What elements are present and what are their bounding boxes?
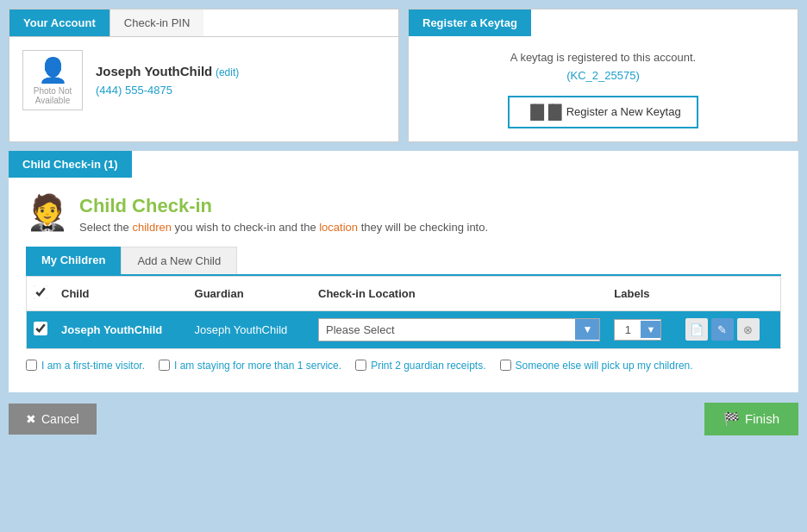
checkin-heading: Child Check-in	[79, 195, 488, 217]
checkin-title-row: 🤵 Child Check-in Select the children you…	[26, 195, 781, 234]
row-checkbox[interactable]	[34, 322, 47, 335]
user-name: Joseph YouthChild	[96, 64, 212, 78]
row-guardian-name: Joseph YouthChild	[188, 310, 311, 348]
subtitle-start: Select the	[79, 221, 132, 234]
row-labels-cell: 1 ▼	[607, 310, 678, 348]
row-checkbox-cell	[27, 310, 54, 348]
keytag-panel: Register a Keytag A keytag is registered…	[408, 9, 798, 142]
col-location: Check-in Location	[311, 277, 607, 311]
first-time-visitor-label: I am a first-time visitor.	[41, 360, 145, 372]
labels-count: 1	[615, 320, 641, 340]
location-select-wrapper: Please Select ▼	[318, 318, 600, 341]
check-print-receipts[interactable]: Print 2 guardian receipts.	[355, 360, 485, 372]
keytag-id: (KC_2_25575)	[566, 69, 640, 82]
header-checkbox[interactable]	[34, 285, 47, 299]
print-receipts-label: Print 2 guardian receipts.	[371, 360, 485, 372]
bottom-row: ✖ Cancel 🏁 Finish	[9, 403, 798, 435]
tab-your-account[interactable]: Your Account	[9, 9, 109, 36]
col-checkbox	[27, 277, 54, 311]
register-keytag-label: Register a New Keytag	[566, 105, 681, 118]
keytag-tab-label: Register a Keytag	[409, 9, 531, 36]
register-keytag-button[interactable]: ▐█▐█ Register a New Keytag	[508, 96, 698, 128]
first-time-visitor-checkbox[interactable]	[26, 360, 37, 371]
checkin-table: Child Guardian Check-in Location Labels …	[27, 277, 780, 348]
location-select[interactable]: Please Select	[319, 319, 575, 341]
remove-button[interactable]: ⊗	[737, 318, 760, 341]
document-button[interactable]: 📄	[685, 318, 708, 341]
col-actions	[679, 277, 780, 311]
keytag-info: A keytag is registered to this account. …	[422, 49, 785, 85]
row-location-cell: Please Select ▼	[311, 310, 607, 348]
subtitle-middle: you wish to check-in and the	[172, 221, 319, 234]
user-avatar-icon: 👤	[38, 56, 68, 84]
checkin-section: Child Check-in (1) 🤵 Child Check-in Sele…	[9, 151, 798, 392]
location-dropdown-arrow[interactable]: ▼	[575, 319, 599, 340]
subtitle-end: they will be checking into.	[358, 221, 488, 234]
account-panel: Your Account Check-in PIN 👤 Photo Not Av…	[9, 9, 399, 142]
checkin-table-wrapper: Child Guardian Check-in Location Labels …	[26, 276, 781, 349]
keytag-tab-header: Register a Keytag	[409, 9, 798, 36]
edit-link[interactable]: (edit)	[216, 66, 239, 78]
finish-label: Finish	[745, 411, 779, 426]
footer-checks: I am a first-time visitor. I am staying …	[26, 349, 781, 375]
staying-more-service-label: I am staying for more than 1 service.	[174, 360, 341, 372]
table-header: Child Guardian Check-in Location Labels	[27, 277, 780, 311]
checkin-tab-label: Child Check-in (1)	[9, 151, 132, 178]
col-child: Child	[54, 277, 188, 311]
check-someone-else-pickup[interactable]: Someone else will pick up my children.	[500, 360, 693, 372]
print-receipts-checkbox[interactable]	[355, 360, 366, 371]
tab-my-children[interactable]: My Children	[26, 247, 121, 274]
table-body: Joseph YouthChild Joseph YouthChild Plea…	[27, 310, 780, 348]
barcode-icon: ▐█▐█	[525, 104, 560, 120]
photo-not-available-label: Photo Not Available	[23, 86, 82, 105]
subtitle-location: location	[319, 221, 358, 234]
checkin-tab-header: Child Check-in (1)	[9, 151, 798, 178]
sub-tabs: My Children Add a New Child	[26, 247, 781, 276]
table-row: Joseph YouthChild Joseph YouthChild Plea…	[27, 310, 780, 348]
user-photo-box: 👤 Photo Not Available	[22, 50, 83, 110]
check-staying-more-service[interactable]: I am staying for more than 1 service.	[159, 360, 341, 372]
cancel-button[interactable]: ✖ Cancel	[9, 404, 97, 435]
checkin-title-text: Child Check-in Select the children you w…	[79, 195, 488, 234]
subtitle-children: children	[132, 221, 172, 234]
col-guardian: Guardian	[188, 277, 311, 311]
top-section: Your Account Check-in PIN 👤 Photo Not Av…	[9, 9, 798, 142]
finish-button[interactable]: 🏁 Finish	[704, 403, 798, 435]
user-info: Joseph YouthChild (edit) (444) 555-4875	[96, 64, 239, 97]
cancel-label: Cancel	[41, 412, 79, 426]
tab-checkin-pin[interactable]: Check-in PIN	[109, 9, 204, 36]
row-child-name: Joseph YouthChild	[54, 310, 188, 348]
col-labels: Labels	[607, 277, 678, 311]
user-name-row: Joseph YouthChild (edit)	[96, 64, 239, 78]
cancel-x-icon: ✖	[26, 412, 36, 426]
check-first-time-visitor[interactable]: I am a first-time visitor.	[26, 360, 145, 372]
keytag-registered-text: A keytag is registered to this account.	[510, 51, 696, 64]
checkin-body: 🤵 Child Check-in Select the children you…	[9, 178, 798, 392]
checkin-subtitle: Select the children you wish to check-in…	[79, 221, 488, 234]
someone-else-pickup-checkbox[interactable]	[500, 360, 511, 371]
labels-arrow-button[interactable]: ▼	[641, 321, 660, 338]
tab-add-new-child[interactable]: Add a New Child	[121, 247, 237, 274]
child-figure-icon: 🤵	[26, 195, 69, 229]
row-actions-cell: 📄 ✎ ⊗	[679, 310, 780, 348]
someone-else-pickup-label: Someone else will pick up my children.	[516, 360, 693, 372]
flag-icon: 🏁	[723, 411, 740, 427]
labels-stepper: 1 ▼	[614, 319, 661, 341]
staying-more-service-checkbox[interactable]	[159, 360, 170, 371]
keytag-content: A keytag is registered to this account. …	[409, 36, 798, 141]
edit-button[interactable]: ✎	[711, 318, 734, 341]
account-tab-header: Your Account Check-in PIN	[9, 9, 398, 37]
user-phone: (444) 555-4875	[96, 84, 239, 97]
action-icons: 📄 ✎ ⊗	[685, 318, 773, 341]
account-content: 👤 Photo Not Available Joseph YouthChild …	[9, 37, 398, 123]
